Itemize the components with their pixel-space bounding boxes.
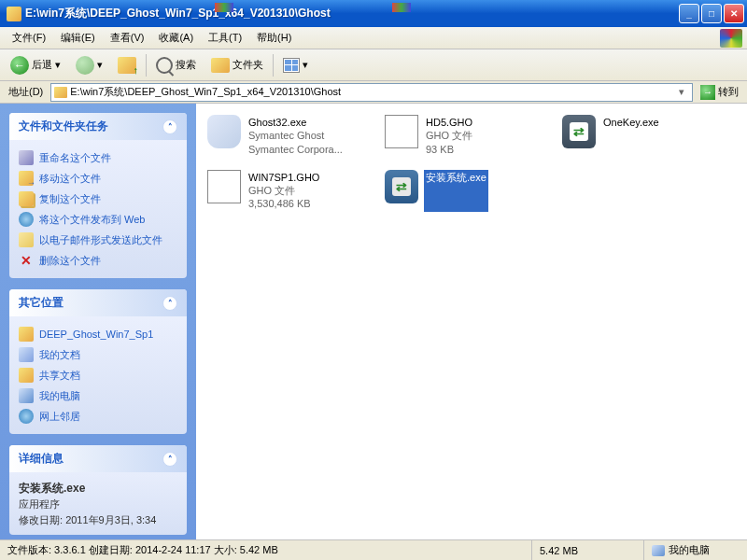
forward-icon: [76, 56, 94, 75]
install-icon: [385, 170, 418, 203]
tasks-panel-title: 文件和文件夹任务: [19, 119, 108, 134]
task-delete[interactable]: ✕删除这个文件: [19, 250, 177, 271]
minimize-button[interactable]: _: [679, 4, 699, 23]
file-text: WIN7SP1.GHO GHO 文件 3,530,486 KB: [247, 170, 321, 212]
maximize-button[interactable]: □: [701, 4, 722, 23]
task-label: 将这个文件发布到 Web: [39, 213, 145, 227]
place-label: 网上邻居: [39, 410, 80, 424]
file-text: 安装系统.exe: [424, 170, 488, 212]
views-button[interactable]: ▾: [277, 55, 314, 76]
views-icon: [283, 58, 300, 73]
email-icon: [19, 232, 34, 247]
file-name: Ghost32.exe: [248, 116, 343, 129]
move-icon: [19, 171, 34, 186]
computer-icon: [19, 388, 34, 403]
address-label: 地址(D): [5, 85, 47, 99]
file-item[interactable]: 安装系统.exe: [383, 168, 542, 214]
folders-icon: [211, 58, 230, 73]
task-publish-web[interactable]: 将这个文件发布到 Web: [19, 209, 177, 230]
menu-view[interactable]: 查看(V): [103, 28, 152, 48]
details-filetype: 应用程序: [19, 498, 60, 510]
address-input[interactable]: [70, 87, 671, 98]
up-folder-icon: [118, 57, 136, 74]
addressbar: 地址(D) ▾ → 转到: [0, 81, 747, 104]
window-title: E:\win7系统\DEEP_Ghost_Win7_Sp1_x64_V20131…: [25, 6, 679, 21]
tasks-panel: 文件和文件夹任务 ˄ 重命名这个文件 移动这个文件 复制这个文件 将这个文件发布…: [9, 113, 187, 278]
file-line3: 3,530,486 KB: [248, 197, 319, 210]
places-panel: 其它位置 ˄ DEEP_Ghost_Win7_Sp1 我的文档 共享文档 我的电…: [9, 289, 187, 434]
go-label: 转到: [718, 85, 739, 99]
up-button[interactable]: [112, 54, 142, 77]
folders-label: 文件夹: [233, 58, 263, 72]
task-email[interactable]: 以电子邮件形式发送此文件: [19, 230, 177, 250]
toolbar: ← 后退 ▾ ▾ 搜索 文件夹 ▾: [0, 49, 747, 81]
file-item[interactable]: Ghost32.exe Symantec Ghost Symantec Corp…: [205, 113, 364, 159]
search-button[interactable]: 搜索: [150, 54, 202, 77]
menu-file[interactable]: 文件(F): [5, 28, 53, 48]
file-line2: GHO 文件: [248, 184, 319, 197]
network-icon: [19, 409, 34, 424]
separator: [146, 54, 147, 77]
menu-edit[interactable]: 编辑(E): [53, 28, 103, 48]
details-panel-header[interactable]: 详细信息 ˄: [9, 445, 187, 472]
places-panel-header[interactable]: 其它位置 ˄: [9, 289, 187, 316]
place-label: 我的电脑: [39, 389, 80, 403]
back-label: 后退: [32, 58, 52, 72]
chevron-down-icon: ▾: [97, 59, 103, 71]
sidebar: 文件和文件夹任务 ˄ 重命名这个文件 移动这个文件 复制这个文件 将这个文件发布…: [0, 104, 196, 539]
file-name: WIN7SP1.GHO: [248, 171, 319, 184]
chevron-up-icon: ˄: [162, 296, 177, 311]
task-rename[interactable]: 重命名这个文件: [19, 147, 177, 168]
titlebar: E:\win7系统\DEEP_Ghost_Win7_Sp1_x64_V20131…: [0, 0, 747, 27]
file-text: OneKey.exe: [601, 115, 661, 157]
status-location: 我的电脑: [644, 540, 747, 560]
place-my-computer[interactable]: 我的电脑: [19, 385, 177, 406]
tasks-panel-header[interactable]: 文件和文件夹任务 ˄: [9, 113, 187, 140]
file-item[interactable]: WIN7SP1.GHO GHO 文件 3,530,486 KB: [205, 168, 364, 214]
back-icon: ←: [10, 56, 29, 75]
task-move[interactable]: 移动这个文件: [19, 168, 177, 189]
file-text: HD5.GHO GHO 文件 93 KB: [424, 115, 474, 157]
details-modified-label: 修改日期:: [19, 514, 63, 525]
search-label: 搜索: [176, 58, 196, 72]
separator: [273, 54, 274, 77]
close-button[interactable]: ✕: [724, 4, 744, 23]
file-name: 安装系统.exe: [426, 171, 486, 184]
gho-icon: [385, 115, 418, 148]
place-parent-folder[interactable]: DEEP_Ghost_Win7_Sp1: [19, 324, 177, 344]
back-button[interactable]: ← 后退 ▾: [5, 53, 66, 77]
address-dropdown-icon[interactable]: ▾: [674, 86, 689, 98]
folder-icon: [7, 7, 21, 21]
details-filename: 安装系统.exe: [19, 482, 85, 495]
status-location-label: 我的电脑: [669, 543, 710, 557]
place-network[interactable]: 网上邻居: [19, 406, 177, 427]
place-my-documents[interactable]: 我的文档: [19, 344, 177, 365]
task-copy[interactable]: 复制这个文件: [19, 189, 177, 209]
folders-button[interactable]: 文件夹: [205, 55, 269, 76]
forward-button[interactable]: ▾: [70, 53, 108, 77]
status-main: 文件版本: 3.3.6.1 创建日期: 2014-2-24 11:17 大小: …: [0, 540, 532, 560]
file-item[interactable]: OneKey.exe: [560, 113, 719, 159]
file-item[interactable]: HD5.GHO GHO 文件 93 KB: [383, 113, 542, 159]
file-line3: 93 KB: [426, 143, 472, 156]
statusbar: 文件版本: 3.3.6.1 创建日期: 2014-2-24 11:17 大小: …: [0, 539, 747, 560]
task-label: 删除这个文件: [39, 254, 101, 268]
chevron-down-icon: ▾: [55, 59, 61, 71]
file-list-area[interactable]: Ghost32.exe Symantec Ghost Symantec Corp…: [196, 104, 747, 539]
ghost-icon: [207, 115, 241, 148]
gho-icon: [207, 170, 241, 203]
details-modified-value: 2011年9月3日, 3:34: [65, 514, 156, 525]
shared-icon: [19, 368, 34, 383]
search-icon: [156, 57, 173, 74]
place-label: 我的文档: [39, 348, 80, 362]
delete-icon: ✕: [19, 253, 34, 268]
details-body: 安装系统.exe 应用程序 修改日期: 2011年9月3日, 3:34: [9, 472, 187, 535]
menu-help[interactable]: 帮助(H): [249, 28, 299, 48]
address-input-wrapper[interactable]: ▾: [50, 83, 693, 102]
menu-tools[interactable]: 工具(T): [201, 28, 249, 48]
place-shared-docs[interactable]: 共享文档: [19, 365, 177, 385]
web-icon: [19, 212, 34, 227]
details-panel-title: 详细信息: [19, 451, 63, 467]
go-button[interactable]: → 转到: [697, 83, 742, 102]
menu-favorites[interactable]: 收藏(A): [151, 28, 201, 48]
